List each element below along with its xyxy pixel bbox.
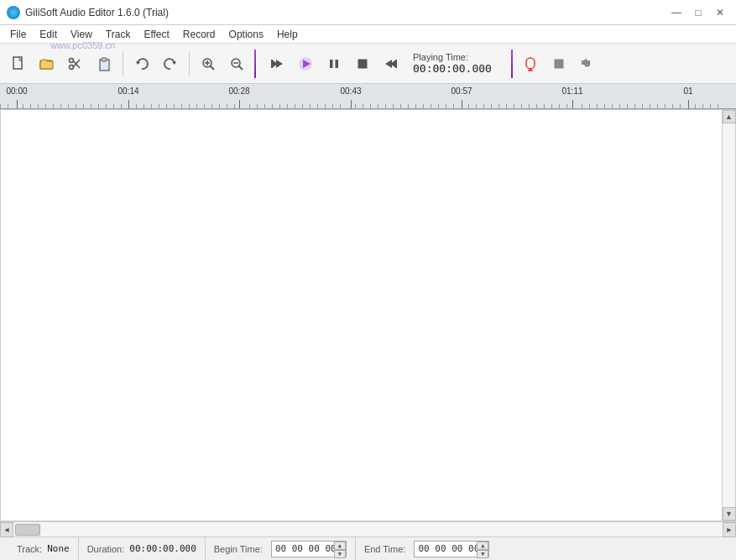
h-scroll-left-arrow[interactable]: ◄ <box>0 522 13 537</box>
menu-track[interactable]: Track <box>99 25 138 44</box>
end-time-label: End Time: <box>364 544 406 554</box>
svg-line-13 <box>239 65 243 70</box>
scroll-up-arrow[interactable]: ▲ <box>723 110 736 123</box>
svg-rect-24 <box>395 60 397 68</box>
menu-options[interactable]: Options <box>222 25 270 44</box>
svg-point-2 <box>70 58 74 62</box>
svg-point-12 <box>232 59 240 67</box>
window-controls: — □ ✕ <box>667 5 729 20</box>
svg-point-3 <box>70 65 74 69</box>
svg-rect-0 <box>13 57 22 69</box>
svg-rect-16 <box>271 60 273 68</box>
svg-rect-6 <box>100 60 109 71</box>
svg-rect-28 <box>555 59 564 68</box>
track-value: None <box>47 543 70 554</box>
transport-controls <box>264 50 405 77</box>
end-spin-down[interactable]: ▼ <box>477 550 488 558</box>
toolbar: Playing Time: 00:00:00.000 <box>0 44 736 84</box>
pause-button[interactable] <box>321 50 347 77</box>
end-time-spinner: ▲ ▼ <box>477 542 488 557</box>
scissors-button[interactable] <box>62 50 89 77</box>
menu-record[interactable]: Record <box>176 25 222 44</box>
menu-view[interactable]: View <box>64 25 99 44</box>
begin-time-label: Begin Time: <box>214 544 263 554</box>
waveform-area[interactable] <box>1 110 722 521</box>
main-area: ▲ ▼ <box>0 109 736 521</box>
menu-bar: File Edit View Track Effect Record Optio… <box>0 25 736 44</box>
purple-sep-2 <box>511 50 513 78</box>
purple-sep-1 <box>254 50 256 78</box>
svg-marker-25 <box>385 60 392 68</box>
svg-rect-26 <box>530 68 531 71</box>
play-button[interactable] <box>292 50 319 77</box>
playing-time-label: Playing Time: <box>413 52 500 62</box>
svg-rect-22 <box>358 59 368 68</box>
svg-point-29 <box>586 61 590 65</box>
begin-time-segment: Begin Time: 00 00 00 000 ▲ ▼ <box>206 537 356 560</box>
duration-label: Duration: <box>87 544 125 554</box>
svg-marker-17 <box>276 60 283 68</box>
begin-spin-up[interactable]: ▲ <box>334 542 346 550</box>
svg-rect-1 <box>40 60 52 69</box>
end-time-value: 00 00 00 000 <box>418 543 484 554</box>
redo-button[interactable] <box>157 50 184 77</box>
timeline-ruler: 00:0000:1400:2800:4300:5701:1101 <box>0 84 736 109</box>
close-button[interactable]: ✕ <box>711 5 729 20</box>
sep-1 <box>123 51 123 76</box>
menu-effect[interactable]: Effect <box>137 25 175 44</box>
svg-line-4 <box>73 60 80 68</box>
end-time-segment: End Time: 00 00 00 000 ▲ ▼ <box>356 537 498 560</box>
begin-time-value: 00 00 00 000 <box>275 543 342 554</box>
scroll-down-arrow[interactable]: ▼ <box>723 507 736 521</box>
skip-back-button[interactable] <box>264 50 290 77</box>
minimize-button[interactable]: — <box>667 5 686 20</box>
stop-button[interactable] <box>349 50 376 77</box>
horizontal-scrollbar: ◄ ► <box>0 521 736 536</box>
svg-rect-7 <box>102 58 107 61</box>
end-time-input[interactable]: 00 00 00 000 ▲ ▼ <box>414 541 489 557</box>
svg-marker-19 <box>303 60 311 68</box>
sep-2 <box>189 51 190 76</box>
track-segment: Track: None <box>8 537 79 560</box>
settings-button[interactable] <box>574 50 601 77</box>
menu-help[interactable]: Help <box>270 25 305 44</box>
scroll-track[interactable] <box>723 123 735 507</box>
svg-line-5 <box>73 60 80 67</box>
h-scroll-thumb[interactable] <box>15 524 40 536</box>
status-bar: Track: None Duration: 00:00:00.000 Begin… <box>0 536 736 560</box>
open-button[interactable] <box>34 50 60 77</box>
begin-time-spinner: ▲ ▼ <box>334 542 346 557</box>
maximize-button[interactable]: □ <box>689 5 707 20</box>
h-scroll-right-arrow[interactable]: ► <box>723 522 736 537</box>
menu-file[interactable]: File <box>3 25 33 44</box>
zoom-out-button[interactable] <box>223 50 250 77</box>
paste-button[interactable] <box>91 50 117 77</box>
begin-time-input[interactable]: 00 00 00 000 ▲ ▼ <box>271 541 347 557</box>
zoom-in-button[interactable] <box>195 50 222 77</box>
begin-spin-down[interactable]: ▼ <box>334 550 346 558</box>
record-button[interactable] <box>517 50 544 77</box>
track-label: Track: <box>17 544 42 554</box>
playing-time-panel: Playing Time: 00:00:00.000 <box>406 50 507 76</box>
title-text: GiliSoft Audio Editor 1.6.0 (Trial) <box>25 7 169 18</box>
svg-point-18 <box>299 57 312 71</box>
svg-marker-23 <box>390 60 396 68</box>
svg-line-9 <box>211 65 215 70</box>
duration-segment: Duration: 00:00:00.000 <box>79 537 206 560</box>
svg-point-8 <box>203 59 211 67</box>
end-spin-up[interactable]: ▲ <box>477 542 488 550</box>
svg-marker-15 <box>272 60 278 68</box>
new-button[interactable] <box>5 50 32 77</box>
undo-button[interactable] <box>128 50 155 77</box>
duration-value: 00:00:00.000 <box>129 543 196 554</box>
audio-stop-button[interactable] <box>545 50 572 77</box>
title-left: GiliSoft Audio Editor 1.6.0 (Trial) <box>7 6 169 19</box>
svg-rect-20 <box>330 60 333 68</box>
title-bar: GiliSoft Audio Editor 1.6.0 (Trial) — □ … <box>0 0 736 25</box>
playing-time-value: 00:00:00.000 <box>413 62 500 75</box>
menu-edit[interactable]: Edit <box>33 25 64 44</box>
skip-forward-button[interactable] <box>378 50 405 77</box>
h-scroll-track[interactable] <box>13 522 723 536</box>
app-icon <box>7 6 20 19</box>
svg-rect-21 <box>336 60 339 68</box>
